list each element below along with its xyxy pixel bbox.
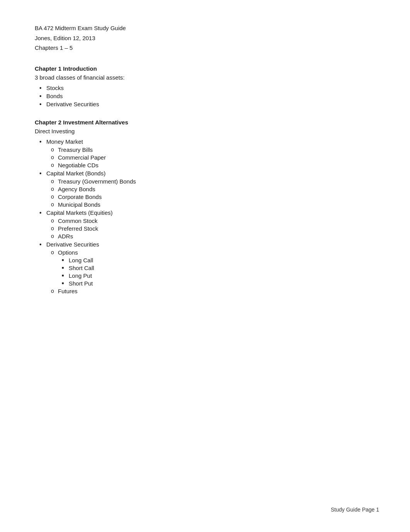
list-item: Preferred Stock (58, 225, 379, 232)
header-line3: Chapters 1 – 5 (35, 43, 379, 53)
list-item: Common Stock (58, 218, 379, 224)
list-item-capital-market-equities: Capital Markets (Equities) Common Stock … (46, 209, 379, 240)
list-item: Long Call (69, 257, 379, 263)
chapter2-level1-list: Money Market Treasury Bills Commercial P… (35, 138, 379, 294)
list-item: Agency Bonds (58, 186, 379, 192)
list-item: Negotiable CDs (58, 162, 379, 168)
list-item: Corporate Bonds (58, 194, 379, 200)
list-item: Bonds (46, 93, 379, 99)
list-item: Treasury Bills (58, 146, 379, 153)
list-item-money-market: Money Market Treasury Bills Commercial P… (46, 138, 379, 168)
chapter1-intro: 3 broad classes of financial assets: (35, 74, 379, 81)
list-item: Commercial Paper (58, 154, 379, 161)
capital-market-equities-sublist: Common Stock Preferred Stock ADRs (46, 218, 379, 240)
page-footer: Study Guide Page 1 (331, 507, 379, 513)
chapter2-section: Chapter 2 Investment Alternatives Direct… (35, 119, 379, 294)
header: BA 472 Midterm Exam Study Guide Jones, E… (35, 23, 379, 53)
capital-market-bonds-sublist: Treasury (Government) Bonds Agency Bonds… (46, 178, 379, 208)
chapter2-intro: Direct Investing (35, 128, 379, 134)
list-item-derivative-securities: Derivative Securities Options Long Call … (46, 241, 379, 294)
list-item-options: Options Long Call Short Call Long Put Sh… (58, 249, 379, 287)
chapter2-title: Chapter 2 Investment Alternatives (35, 119, 379, 126)
options-sublist: Long Call Short Call Long Put Short Put (58, 257, 379, 287)
list-item: Short Put (69, 280, 379, 287)
header-line2: Jones, Edition 12, 2013 (35, 33, 379, 43)
list-item-capital-market-bonds: Capital Market (Bonds) Treasury (Governm… (46, 170, 379, 208)
list-item-futures: Futures (58, 288, 379, 294)
list-item: Stocks (46, 85, 379, 91)
list-item: ADRs (58, 233, 379, 240)
list-item: Derivative Securities (46, 101, 379, 107)
chapter1-title: Chapter 1 Introduction (35, 65, 379, 72)
chapter1-list: Stocks Bonds Derivative Securities (35, 85, 379, 107)
chapter1-section: Chapter 1 Introduction 3 broad classes o… (35, 65, 379, 107)
header-line1: BA 472 Midterm Exam Study Guide (35, 23, 379, 33)
list-item: Long Put (69, 272, 379, 279)
money-market-sublist: Treasury Bills Commercial Paper Negotiab… (46, 146, 379, 168)
list-item: Short Call (69, 265, 379, 271)
derivative-securities-sublist: Options Long Call Short Call Long Put Sh… (46, 249, 379, 294)
list-item: Treasury (Government) Bonds (58, 178, 379, 185)
list-item: Municipal Bonds (58, 201, 379, 208)
